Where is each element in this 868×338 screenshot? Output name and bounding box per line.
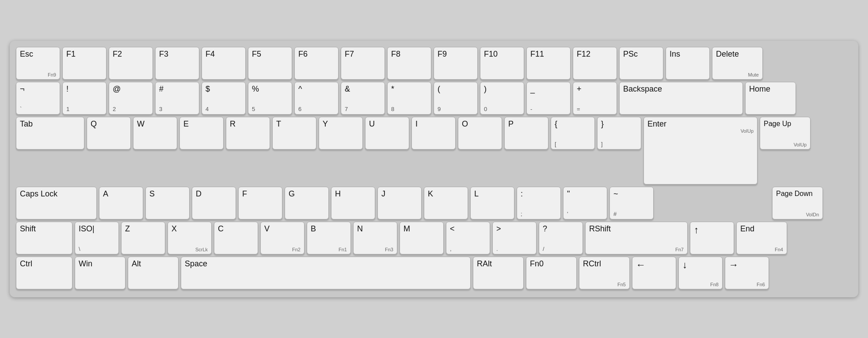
key-4[interactable]: $ 4	[202, 82, 246, 115]
key-h[interactable]: H	[331, 187, 375, 219]
row-bottom: Ctrl Win Alt Space RAlt Fn0 RCtrl Fn5 ← …	[16, 257, 852, 289]
row-qwerty: Tab Q W E R T Y U I O P { [ } ] Enter Vo…	[16, 117, 852, 184]
key-rctrl[interactable]: RCtrl Fn5	[579, 257, 630, 289]
key-ins[interactable]: Ins	[666, 47, 710, 80]
keyboard: Esc Fn9 F1 F2 F3 F4 F5 F6 F7 F8 F9 F10 F…	[10, 41, 858, 297]
key-8[interactable]: * 8	[387, 82, 431, 115]
key-e[interactable]: E	[179, 117, 224, 150]
key-r[interactable]: R	[226, 117, 270, 150]
key-delete[interactable]: Delete Mute	[712, 47, 763, 80]
key-f11[interactable]: F11	[526, 47, 571, 80]
row-asdf: Caps Lock A S D F G H J K L : ; " ' ~ # …	[16, 187, 852, 219]
key-period[interactable]: > .	[492, 222, 537, 254]
key-f3[interactable]: F3	[155, 47, 199, 80]
key-t[interactable]: T	[272, 117, 316, 150]
key-ralt[interactable]: RAlt	[473, 257, 524, 289]
key-u[interactable]: U	[365, 117, 409, 150]
key-left[interactable]: ←	[632, 257, 676, 289]
key-minus[interactable]: _ -	[526, 82, 571, 115]
key-d[interactable]: D	[192, 187, 236, 219]
key-psc[interactable]: PSc	[619, 47, 663, 80]
key-i[interactable]: I	[411, 117, 456, 150]
row-fn: Esc Fn9 F1 F2 F3 F4 F5 F6 F7 F8 F9 F10 F…	[16, 47, 852, 80]
key-1[interactable]: ! 1	[62, 82, 107, 115]
key-x[interactable]: X ScrLk	[168, 222, 212, 254]
key-pgdn[interactable]: Page Down VolDn	[772, 187, 823, 219]
key-f6[interactable]: F6	[294, 47, 339, 80]
key-comma[interactable]: < ,	[446, 222, 490, 254]
key-z[interactable]: Z	[121, 222, 165, 254]
key-f4[interactable]: F4	[202, 47, 246, 80]
key-m[interactable]: M	[400, 222, 444, 254]
key-home[interactable]: Home	[745, 82, 796, 115]
key-f1[interactable]: F1	[62, 47, 107, 80]
key-down[interactable]: ↓ Fn8	[678, 257, 723, 289]
key-equals[interactable]: + =	[573, 82, 617, 115]
key-q[interactable]: Q	[87, 117, 131, 150]
key-f8[interactable]: F8	[387, 47, 431, 80]
key-v[interactable]: V Fn2	[260, 222, 305, 254]
key-backspace[interactable]: Backspace	[619, 82, 743, 115]
key-3[interactable]: # 3	[155, 82, 199, 115]
key-b[interactable]: B Fn1	[307, 222, 351, 254]
key-w[interactable]: W	[133, 117, 177, 150]
key-o[interactable]: O	[458, 117, 502, 150]
key-up[interactable]: ↑	[690, 222, 734, 254]
key-quote[interactable]: " '	[563, 187, 607, 219]
key-alt[interactable]: Alt	[128, 257, 179, 289]
key-f12[interactable]: F12	[573, 47, 617, 80]
key-ctrl[interactable]: Ctrl	[16, 257, 72, 289]
key-capslock[interactable]: Caps Lock	[16, 187, 97, 219]
key-enter[interactable]: Enter VolUp	[643, 117, 758, 184]
row-zxcv: Shift ISO| \ Z X ScrLk C V Fn2 B Fn1 N F…	[16, 222, 852, 254]
key-l[interactable]: L	[470, 187, 514, 219]
key-y[interactable]: Y	[319, 117, 363, 150]
key-tab[interactable]: Tab	[16, 117, 84, 150]
key-f[interactable]: F	[238, 187, 282, 219]
enter-column: Enter VolUp	[643, 117, 758, 184]
key-shift[interactable]: Shift	[16, 222, 72, 254]
key-9[interactable]: ( 9	[434, 82, 478, 115]
key-rbracket[interactable]: } ]	[597, 117, 641, 150]
key-rshift[interactable]: RShift Fn7	[585, 222, 688, 254]
key-esc[interactable]: Esc Fn9	[16, 47, 60, 80]
key-j[interactable]: J	[377, 187, 422, 219]
key-g[interactable]: G	[285, 187, 329, 219]
key-s[interactable]: S	[145, 187, 190, 219]
key-iso[interactable]: ISO| \	[75, 222, 119, 254]
key-slash[interactable]: ? /	[539, 222, 583, 254]
key-f9[interactable]: F9	[434, 47, 478, 80]
key-hash[interactable]: ~ #	[609, 187, 654, 219]
key-c[interactable]: C	[214, 222, 258, 254]
key-pgup[interactable]: Page Up VolUp	[760, 117, 811, 150]
key-f2[interactable]: F2	[109, 47, 153, 80]
key-7[interactable]: & 7	[341, 82, 385, 115]
key-2[interactable]: @ 2	[109, 82, 153, 115]
key-0[interactable]: ) 0	[480, 82, 524, 115]
key-n[interactable]: N Fn3	[353, 222, 397, 254]
key-lbracket[interactable]: { [	[551, 117, 595, 150]
key-5[interactable]: % 5	[248, 82, 292, 115]
key-end[interactable]: End Fn4	[736, 222, 787, 254]
key-p[interactable]: P	[504, 117, 548, 150]
key-f10[interactable]: F10	[480, 47, 524, 80]
key-space[interactable]: Space	[181, 257, 471, 289]
key-k[interactable]: K	[424, 187, 468, 219]
key-semicolon[interactable]: : ;	[517, 187, 561, 219]
row-num: ¬ ` ! 1 @ 2 # 3 $ 4 % 5 ^ 6 & 7	[16, 82, 852, 115]
key-backtick[interactable]: ¬ `	[16, 82, 60, 115]
key-f5[interactable]: F5	[248, 47, 292, 80]
key-right[interactable]: → Fn6	[725, 257, 769, 289]
key-a[interactable]: A	[99, 187, 143, 219]
key-f7[interactable]: F7	[341, 47, 385, 80]
key-6[interactable]: ^ 6	[294, 82, 339, 115]
key-fn0[interactable]: Fn0	[526, 257, 577, 289]
key-win[interactable]: Win	[75, 257, 126, 289]
